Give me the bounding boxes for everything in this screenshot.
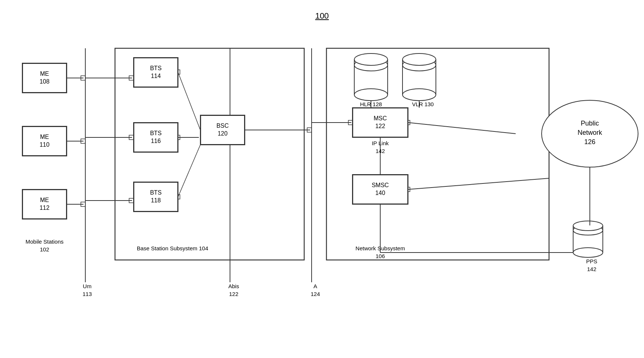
svg-line-30 — [178, 145, 200, 197]
msc122-box: MSC122 — [352, 108, 408, 137]
bts116-label: BTS116 — [150, 130, 161, 145]
bsc120-label: BSC120 — [217, 122, 229, 138]
svg-rect-19 — [81, 202, 85, 206]
bts114-label: BTS114 — [150, 65, 161, 80]
svg-point-56 — [402, 89, 436, 101]
svg-point-63 — [573, 248, 603, 257]
base-station-subsystem-label: Base Station Subsystem 104 — [117, 244, 228, 252]
hlr128-label: HLR 128 — [349, 100, 393, 108]
pps142-label: PPS142 — [573, 257, 610, 273]
svg-rect-54 — [402, 65, 436, 95]
svg-rect-35 — [307, 128, 312, 132]
svg-line-38 — [408, 123, 516, 134]
bts118-label: BTS118 — [150, 189, 161, 205]
svg-point-62 — [573, 225, 603, 235]
svg-point-49 — [354, 59, 388, 71]
svg-point-57 — [402, 53, 436, 65]
me110-box: ME110 — [22, 126, 67, 156]
svg-rect-61 — [573, 230, 603, 253]
a-label: A124 — [304, 282, 326, 298]
bts118-box: BTS118 — [134, 182, 178, 212]
svg-rect-48 — [354, 65, 388, 95]
diagram-container: 100 — [0, 0, 644, 358]
diagram-svg — [0, 0, 644, 358]
svg-rect-23 — [129, 135, 134, 140]
smsc140-box: SMSC140 — [352, 175, 408, 204]
me110-label: ME110 — [40, 133, 50, 149]
svg-line-40 — [408, 178, 549, 189]
svg-point-55 — [402, 59, 436, 71]
svg-line-26 — [178, 72, 200, 130]
public-network-label: PublicNetwork126 — [556, 119, 623, 147]
mobile-stations-label: Mobile Stations102 — [15, 238, 74, 253]
me108-box: ME108 — [22, 63, 67, 93]
me108-label: ME108 — [40, 70, 50, 86]
svg-point-50 — [354, 89, 388, 101]
network-subsystem-label: Network Subsystem106 — [328, 244, 432, 260]
me112-box: ME112 — [22, 189, 67, 219]
msc122-label: MSC122 — [374, 115, 387, 130]
vlr130-label: VLR 130 — [401, 100, 445, 108]
bts116-box: BTS116 — [134, 123, 178, 152]
svg-point-64 — [573, 221, 603, 231]
me112-label: ME112 — [40, 196, 50, 212]
svg-rect-25 — [129, 198, 134, 203]
svg-point-51 — [354, 53, 388, 65]
um-label: Um113 — [72, 282, 102, 298]
svg-rect-17 — [81, 139, 85, 143]
svg-line-44 — [582, 234, 590, 253]
smsc140-label: SMSC140 — [372, 182, 389, 197]
abis-label: Abis122 — [219, 282, 249, 298]
bsc120-box: BSC120 — [200, 115, 245, 145]
diagram-title: 100 — [315, 11, 329, 21]
svg-rect-21 — [129, 76, 134, 80]
bts114-box: BTS114 — [134, 58, 178, 87]
ip-link-label: IP Link142 — [356, 139, 404, 155]
svg-rect-15 — [81, 76, 85, 80]
